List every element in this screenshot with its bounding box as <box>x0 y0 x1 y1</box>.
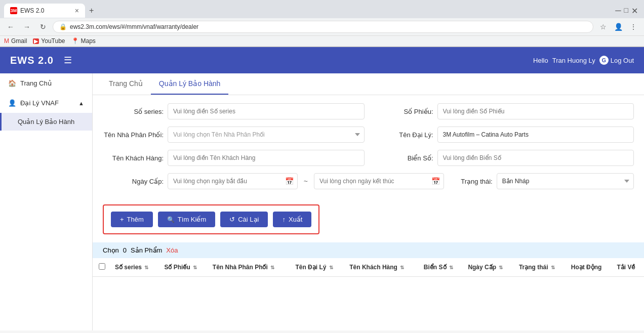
ten-dai-ly-label: Tên Đại Lý: <box>373 131 433 139</box>
form-group-khach-hang: Tên Khách Hàng: <box>103 150 365 166</box>
bookmark-star-button[interactable]: ☆ <box>596 20 610 33</box>
khach-hang-label: Tên Khách Hàng: <box>103 154 164 162</box>
cai-lai-button[interactable]: ↺ Cài Lại <box>220 212 268 227</box>
sort-nha-phan-phoi-icon[interactable]: ⇅ <box>270 265 274 270</box>
chon-label: Chọn <box>103 246 119 254</box>
product-count: 0 <box>123 246 127 254</box>
sort-trang-thai-icon[interactable]: ⇅ <box>551 265 555 270</box>
bookmark-youtube-label: YouTube <box>41 37 65 45</box>
home-icon: 🏠 <box>8 79 16 87</box>
form-area: Số series: Số Phiếu: Tên Nhà Phân Phối: … <box>93 95 644 204</box>
sort-bien-so-icon[interactable]: ⇅ <box>449 265 453 270</box>
so-series-label: Số series: <box>103 108 164 115</box>
app-header: EWS 2.0 ☰ Hello Tran Huong Ly G Log Out <box>0 47 644 73</box>
account-button[interactable]: 👤 <box>612 20 625 33</box>
form-group-bien-so: Biển Số: <box>373 150 634 166</box>
logout-label: Log Out <box>611 57 634 64</box>
form-group-ngay-cap: Ngày Cấp: 📅 ~ 📅 <box>103 173 444 189</box>
them-button[interactable]: + Thêm <box>111 212 153 227</box>
sort-so-series-icon[interactable]: ⇅ <box>144 265 148 270</box>
bookmark-gmail-label: Gmail <box>11 37 27 45</box>
main-content: Trang Chủ Quản Lý Bảo Hành Số series: Số… <box>93 73 644 330</box>
ngay-cap-label: Ngày Cấp: <box>103 178 164 185</box>
tab-trang-chu[interactable]: Trang Chủ <box>101 73 151 95</box>
tab-close-button[interactable]: × <box>75 7 79 15</box>
cai-lai-label: Cài Lại <box>238 216 259 223</box>
bookmark-maps-label: Maps <box>81 37 96 45</box>
trang-thai-select[interactable]: Bản Nháp Đã Duyệt Đã Hủy <box>497 173 634 189</box>
sort-ngay-cap-icon[interactable]: ⇅ <box>499 265 503 270</box>
column-ten-khach-hang: Tên Khách Hàng ⇅ <box>345 258 420 277</box>
tab-quan-ly-bao-hanh[interactable]: Quản Lý Bảo Hành <box>151 73 229 95</box>
sidebar-item-dai-ly-vnaf[interactable]: 👤 Đại Lý VNAF ▲ <box>0 93 92 113</box>
column-so-series: Số series ⇅ <box>111 258 160 277</box>
bookmark-youtube[interactable]: ▶ YouTube <box>33 37 65 45</box>
header-right: Hello Tran Huong Ly G Log Out <box>533 56 634 65</box>
logout-button[interactable]: G Log Out <box>599 56 634 65</box>
browser-menu-button[interactable]: ⋮ <box>627 20 640 33</box>
tim-kiem-button[interactable]: 🔍 Tìm Kiếm <box>158 212 215 227</box>
hello-label: Hello <box>533 57 548 64</box>
san-pham-label: Sản Phẩm <box>131 246 162 254</box>
sort-ten-dai-ly-icon[interactable]: ⇅ <box>329 265 333 270</box>
address-bar[interactable]: 🔒 ews2.3m.com/ews/#/mmm/vnaf/warranty/de… <box>53 21 593 33</box>
column-ngay-cap: Ngày Cấp ⇅ <box>464 258 515 277</box>
address-text: ews2.3m.com/ews/#/mmm/vnaf/warranty/deal… <box>70 23 587 30</box>
bookmark-gmail[interactable]: M Gmail <box>4 37 27 45</box>
form-group-nha-phan-phoi: Tên Nhà Phân Phối: Vui lòng chọn Tên Nhà… <box>103 127 365 143</box>
column-so-phieu: Số Phiếu ⇅ <box>160 258 208 277</box>
close-button[interactable]: ✕ <box>631 6 638 16</box>
sort-so-phieu-icon[interactable]: ⇅ <box>193 265 197 270</box>
page-tabs: Trang Chủ Quản Lý Bảo Hành <box>93 73 644 95</box>
form-group-so-series: Số series: <box>103 103 365 119</box>
tab-bar: 3M EWS 2.0 × + ─ □ ✕ <box>0 0 644 18</box>
table-header-row: Số series ⇅ Số Phiếu ⇅ Tên Nhà Phân Phối… <box>93 258 644 277</box>
so-series-input[interactable] <box>168 103 365 119</box>
hamburger-menu-icon[interactable]: ☰ <box>64 55 72 66</box>
bien-so-input[interactable] <box>437 150 634 166</box>
select-all-checkbox[interactable] <box>99 263 105 270</box>
date-start-input[interactable] <box>168 173 298 189</box>
search-icon: 🔍 <box>167 216 175 223</box>
forward-button[interactable]: → <box>20 20 33 33</box>
user-name: Tran Huong Ly <box>552 57 595 64</box>
buttons-section: + Thêm 🔍 Tìm Kiếm ↺ Cài Lại ↑ Xuất <box>93 204 644 242</box>
nha-phan-phoi-label: Tên Nhà Phân Phối: <box>103 131 164 139</box>
browser-controls: ← → ↻ 🔒 ews2.3m.com/ews/#/mmm/vnaf/warra… <box>0 18 644 36</box>
browser-tab[interactable]: 3M EWS 2.0 × <box>4 4 85 18</box>
minimize-button[interactable]: ─ <box>615 6 621 16</box>
sort-khach-hang-icon[interactable]: ⇅ <box>400 265 404 270</box>
calendar-start-icon: 📅 <box>285 177 294 185</box>
app-logo: EWS 2.0 <box>10 55 54 66</box>
date-end-input[interactable] <box>314 173 444 189</box>
sidebar: 🏠 Trang Chủ 👤 Đại Lý VNAF ▲ Quản Lý Bảo … <box>0 73 93 330</box>
reset-icon: ↺ <box>229 216 235 223</box>
column-checkbox <box>93 258 111 277</box>
them-label: Thêm <box>127 216 144 223</box>
bookmark-maps[interactable]: 📍 Maps <box>71 37 96 45</box>
refresh-button[interactable]: ↻ <box>36 20 50 33</box>
sidebar-item-quan-ly-bao-hanh[interactable]: Quản Lý Bảo Hành <box>0 113 92 131</box>
so-phieu-input[interactable] <box>437 103 634 119</box>
date-separator: ~ <box>302 177 310 185</box>
them-plus-icon: + <box>120 216 124 223</box>
ten-dai-ly-input[interactable] <box>437 127 634 143</box>
table-toolbar: Chọn 0 Sản Phẩm Xóa <box>93 242 644 258</box>
new-tab-button[interactable]: + <box>85 3 98 18</box>
back-button[interactable]: ← <box>4 20 17 33</box>
xoa-button[interactable]: Xóa <box>166 246 178 254</box>
bookmarks-bar: M Gmail ▶ YouTube 📍 Maps <box>0 36 644 47</box>
column-ten-nha-phan-phoi: Tên Nhà Phân Phối ⇅ <box>209 258 292 277</box>
maximize-button[interactable]: □ <box>624 6 628 16</box>
column-tai-ve: Tải Về <box>613 258 644 277</box>
buttons-highlight-box: + Thêm 🔍 Tìm Kiếm ↺ Cài Lại ↑ Xuất <box>103 204 319 234</box>
column-hoat-dong: Hoạt Động <box>567 258 613 277</box>
sidebar-item-trang-chu[interactable]: 🏠 Trang Chủ <box>0 73 92 93</box>
form-group-trang-thai: Trạng thái: Bản Nháp Đã Duyệt Đã Hủy <box>452 173 634 189</box>
khach-hang-input[interactable] <box>168 150 365 166</box>
date-start-wrapper: 📅 <box>168 173 298 189</box>
browser-actions: ☆ 👤 ⋮ <box>596 20 640 33</box>
form-group-so-phieu: Số Phiếu: <box>373 103 634 119</box>
nha-phan-phoi-select[interactable]: Vui lòng chọn Tên Nhà Phân Phối <box>168 127 365 143</box>
xuat-button[interactable]: ↑ Xuất <box>273 212 311 227</box>
